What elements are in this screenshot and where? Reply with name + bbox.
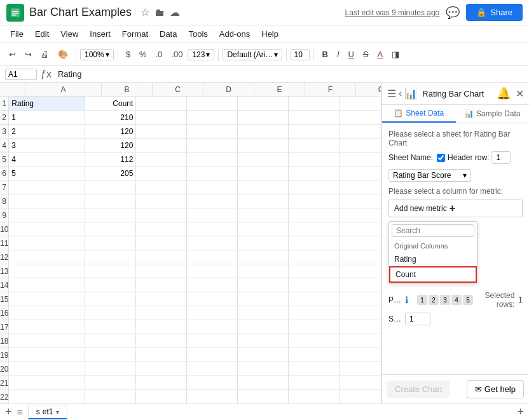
cell-c8[interactable] <box>136 194 187 208</box>
cell-a4[interactable]: 3 <box>9 139 85 152</box>
cell-reference-input[interactable] <box>5 69 37 80</box>
cell-c9[interactable] <box>136 208 187 222</box>
num-btn-5[interactable]: 5 <box>463 295 473 305</box>
cell-b15[interactable] <box>85 292 136 306</box>
cell-c7[interactable] <box>136 180 187 194</box>
cell-g18[interactable] <box>340 334 381 348</box>
col-header-f[interactable]: F <box>305 83 356 97</box>
cell-c5[interactable] <box>136 152 187 166</box>
menu-format[interactable]: Format <box>117 27 153 41</box>
cell-e18[interactable] <box>238 334 289 348</box>
percent-button[interactable]: % <box>135 48 151 60</box>
cell-e9[interactable] <box>238 208 289 222</box>
cell-d17[interactable] <box>187 320 238 334</box>
cell-a18[interactable] <box>9 334 85 348</box>
cell-a8[interactable] <box>9 194 85 208</box>
cell-g9[interactable] <box>340 208 381 222</box>
cell-g11[interactable] <box>340 236 381 250</box>
cell-d20[interactable] <box>187 362 238 376</box>
cell-d11[interactable] <box>187 236 238 250</box>
col-header-b[interactable]: B <box>102 83 153 97</box>
cell-a19[interactable] <box>9 348 85 362</box>
menu-data[interactable]: Data <box>155 27 182 41</box>
cell-a22[interactable] <box>9 390 85 403</box>
paint-format-button[interactable]: 🎨 <box>54 48 72 60</box>
cell-b9[interactable] <box>85 208 136 222</box>
format-dropdown[interactable]: 123 ▾ <box>188 49 214 60</box>
cell-a9[interactable] <box>9 208 85 222</box>
cell-c13[interactable] <box>136 264 187 278</box>
cell-d5[interactable] <box>187 152 238 166</box>
cell-e15[interactable] <box>238 292 289 306</box>
cell-e12[interactable] <box>238 250 289 264</box>
cell-e17[interactable] <box>238 320 289 334</box>
cell-f18[interactable] <box>289 334 340 348</box>
menu-file[interactable]: File <box>5 27 29 41</box>
cell-f5[interactable] <box>289 152 340 166</box>
cell-e13[interactable] <box>238 264 289 278</box>
cell-a10[interactable] <box>9 222 85 236</box>
cell-e6[interactable] <box>238 166 289 180</box>
cell-a1[interactable]: Rating <box>9 97 85 111</box>
italic-button[interactable]: I <box>333 48 343 60</box>
cell-f13[interactable] <box>289 264 340 278</box>
cell-f19[interactable] <box>289 348 340 362</box>
cell-g8[interactable] <box>340 194 381 208</box>
cell-c12[interactable] <box>136 250 187 264</box>
zoom-dropdown[interactable]: 100% ▾ <box>80 49 114 60</box>
cell-a6[interactable]: 5 <box>9 166 85 180</box>
cell-d3[interactable] <box>187 125 238 139</box>
search-input[interactable] <box>392 224 474 237</box>
cell-b8[interactable] <box>85 194 136 208</box>
cell-d9[interactable] <box>187 208 238 222</box>
cell-e2[interactable] <box>238 111 289 125</box>
cell-d14[interactable] <box>187 278 238 292</box>
cell-g19[interactable] <box>340 348 381 362</box>
cell-c2[interactable] <box>136 111 187 125</box>
cell-g1[interactable] <box>340 97 381 111</box>
cell-f22[interactable] <box>289 390 340 403</box>
panel-close-icon[interactable]: ✕ <box>516 88 524 100</box>
add-metric-row[interactable]: Add new metric + <box>388 200 523 217</box>
cell-g17[interactable] <box>340 320 381 334</box>
cell-d13[interactable] <box>187 264 238 278</box>
cell-e10[interactable] <box>238 222 289 236</box>
cell-d22[interactable] <box>187 390 238 403</box>
folder-icon[interactable]: 🖿 <box>155 7 165 18</box>
cell-b21[interactable] <box>85 376 136 390</box>
cell-f3[interactable] <box>289 125 340 139</box>
cell-a12[interactable] <box>9 250 85 264</box>
cell-d12[interactable] <box>187 250 238 264</box>
cell-e1[interactable] <box>238 97 289 111</box>
sheet-name-dropdown[interactable]: Rating Bar Score ▾ <box>388 169 471 182</box>
cell-d15[interactable] <box>187 292 238 306</box>
num-btn-2[interactable]: 2 <box>429 295 439 305</box>
header-row-value[interactable] <box>491 151 511 164</box>
cell-a11[interactable] <box>9 236 85 250</box>
star-icon[interactable]: ☆ <box>141 6 149 18</box>
get-help-button[interactable]: ✉ Get help <box>467 380 524 398</box>
cell-d16[interactable] <box>187 306 238 320</box>
cloud-icon[interactable]: ☁ <box>170 6 180 18</box>
col-header-c[interactable]: C <box>153 83 203 97</box>
cell-b19[interactable] <box>85 348 136 362</box>
font-size-input[interactable] <box>291 49 310 60</box>
cell-d1[interactable] <box>187 97 238 111</box>
col-header-a[interactable]: A <box>25 83 102 97</box>
tab-sheet-data[interactable]: 📋 Sheet Data <box>382 105 456 123</box>
cell-a5[interactable]: 4 <box>9 152 85 166</box>
cell-a15[interactable] <box>9 292 85 306</box>
cell-c19[interactable] <box>136 348 187 362</box>
start-row-input[interactable] <box>405 313 430 325</box>
cell-b17[interactable] <box>85 320 136 334</box>
font-dropdown[interactable]: Default (Ari… ▾ <box>223 49 282 60</box>
cell-d21[interactable] <box>187 376 238 390</box>
cell-d18[interactable] <box>187 334 238 348</box>
cell-g20[interactable] <box>340 362 381 376</box>
cell-b18[interactable] <box>85 334 136 348</box>
cell-a17[interactable] <box>9 320 85 334</box>
cell-b2[interactable]: 210 <box>85 111 136 125</box>
bold-button[interactable]: B <box>318 48 331 60</box>
num-btn-3[interactable]: 3 <box>440 295 450 305</box>
cell-d19[interactable] <box>187 348 238 362</box>
